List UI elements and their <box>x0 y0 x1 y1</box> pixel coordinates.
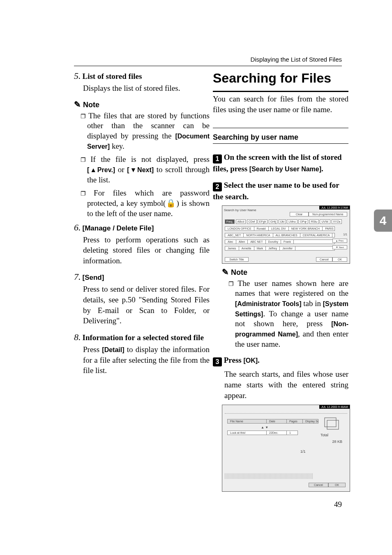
step-5-title: List of stored files <box>83 72 142 81</box>
step-6-number: 6. <box>74 222 81 233</box>
prev-key: [▲Prev.] <box>87 166 115 173</box>
step-5-number: 5. <box>74 71 81 81</box>
key-symbol-icon: 🔒 <box>166 199 176 207</box>
step-box-2: 2 <box>213 182 222 191</box>
step-box-1: 1 <box>213 154 222 164</box>
step-7-body: Press to send or deliver stored files. F… <box>83 284 210 326</box>
pencil-icon: ✎ <box>74 100 81 109</box>
step-6-key: [Manage / Delete File] <box>83 224 154 232</box>
page-number: 49 <box>334 500 342 509</box>
running-header: Displaying the List of Stored Files <box>250 56 342 63</box>
step-8-body: Press [Detail] to display the informatio… <box>83 344 210 376</box>
step-7-key: [Send] <box>83 274 104 281</box>
step-6-body: Press to perform operations such as dele… <box>83 235 210 266</box>
chapter-tab: 4 <box>374 210 392 232</box>
pencil-icon-2: ✎ <box>222 267 229 276</box>
instruction-3: 3 Press [OK]. <box>213 355 348 366</box>
step-8-number: 8. <box>74 332 81 342</box>
note-label-2: Note <box>231 268 247 276</box>
right-column: Searching for Files You can search for f… <box>213 71 348 495</box>
note-bullet-1: The files that are stored by functions o… <box>87 111 210 152</box>
svg-rect-1 <box>327 420 339 429</box>
searching-by-user-name-heading: Searching by user name <box>213 133 348 142</box>
note-bullet-3: For files which are password protected, … <box>87 188 210 219</box>
step-box-3: 3 <box>213 357 222 366</box>
thumbnail-icon <box>324 417 339 430</box>
step-7-number: 7. <box>74 272 81 282</box>
search-result-screenshot: JUL 12.2003 9:48AM File NameDatePagesDis… <box>222 405 350 492</box>
right-note-bullet: The user names shown here are names that… <box>235 279 348 350</box>
instruction-2: 2 Select the user name to be used for th… <box>213 180 348 202</box>
searching-intro: You can search for files from the stored… <box>213 94 348 115</box>
step-8-title: Information for a selected stored file <box>83 333 204 342</box>
searching-for-files-heading: Searching for Files <box>213 71 348 86</box>
note-bullet-2: If the file is not displayed, press [▲Pr… <box>87 154 210 185</box>
detail-key: [Detail] <box>102 346 124 353</box>
left-column: 5. List of stored files Displays the lis… <box>74 71 210 382</box>
instruction-3-body: The search starts, and files whose user … <box>224 369 348 401</box>
user-name-list-screenshot: JUL 12.2003 9:17AM Search by User Name C… <box>222 205 350 264</box>
note-label: Note <box>83 101 99 109</box>
svg-rect-0 <box>325 418 336 427</box>
instruction-1: 1 On the screen with the list of stored … <box>213 152 348 174</box>
next-key: [▼Next] <box>127 166 154 173</box>
step-5-body: Displays the list of stored files. <box>83 83 210 94</box>
